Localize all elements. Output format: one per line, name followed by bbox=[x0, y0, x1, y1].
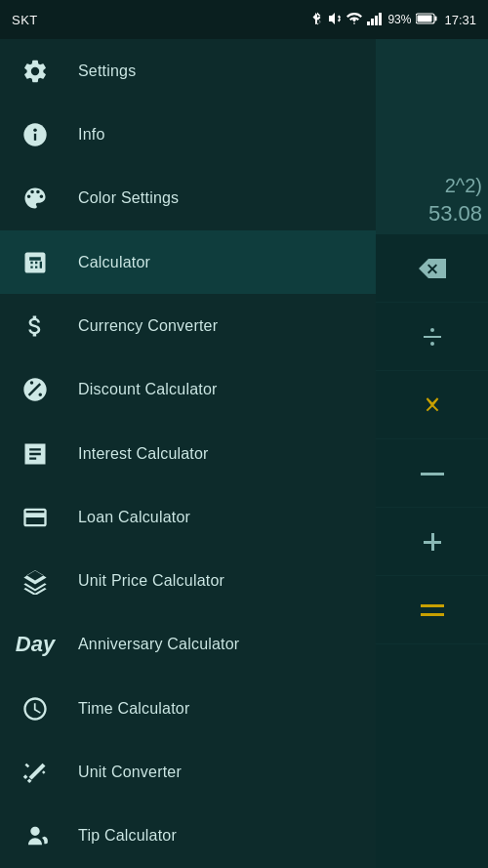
info-label: Info bbox=[78, 126, 105, 144]
tip-icon bbox=[16, 816, 55, 855]
svg-rect-14 bbox=[421, 613, 444, 616]
time-calculator-label: Time Calculator bbox=[78, 700, 189, 718]
carrier-label: SKT bbox=[12, 13, 38, 27]
mute-icon bbox=[328, 12, 342, 28]
status-icons: 93% 17:31 bbox=[311, 11, 476, 29]
percent-icon bbox=[16, 370, 55, 409]
sidebar-item-loan-calculator[interactable]: Loan Calculator bbox=[0, 485, 376, 549]
calc-buttons bbox=[376, 234, 488, 644]
sidebar-item-info[interactable]: Info bbox=[0, 103, 376, 166]
svg-rect-3 bbox=[379, 13, 382, 25]
sidebar-item-calculator[interactable]: Calculator bbox=[0, 230, 376, 294]
interest-icon bbox=[16, 434, 55, 474]
sidebar-item-color-settings[interactable]: Color Settings bbox=[0, 167, 376, 230]
color-settings-label: Color Settings bbox=[78, 189, 179, 207]
calc-expression: 2^2) bbox=[445, 175, 482, 197]
gear-icon bbox=[16, 52, 55, 91]
wifi-icon bbox=[346, 13, 362, 27]
interest-calculator-label: Interest Calculator bbox=[78, 445, 209, 463]
divide-button[interactable] bbox=[376, 303, 488, 371]
time-label: 17:31 bbox=[444, 13, 476, 27]
info-icon bbox=[16, 115, 55, 154]
sidebar-item-tip-calculator[interactable]: Tip Calculator bbox=[0, 805, 376, 868]
svg-point-17 bbox=[32, 519, 36, 523]
loan-calculator-label: Loan Calculator bbox=[78, 509, 190, 526]
navigation-drawer: Settings Info Color Settings Calculator bbox=[0, 39, 376, 868]
status-bar: SKT 93% bbox=[0, 0, 488, 39]
discount-calculator-label: Discount Calculator bbox=[78, 381, 218, 398]
sidebar-item-discount-calculator[interactable]: Discount Calculator bbox=[0, 358, 376, 422]
backspace-button[interactable] bbox=[376, 234, 488, 303]
svg-point-9 bbox=[430, 342, 434, 346]
loan-icon bbox=[16, 498, 55, 537]
clock-icon bbox=[16, 689, 55, 728]
svg-rect-12 bbox=[424, 541, 441, 544]
svg-rect-0 bbox=[367, 21, 370, 25]
sidebar-item-interest-calculator[interactable]: Interest Calculator bbox=[0, 422, 376, 485]
sidebar-item-settings[interactable]: Settings bbox=[0, 39, 376, 103]
currency-converter-label: Currency Converter bbox=[78, 317, 218, 335]
settings-label: Settings bbox=[78, 62, 136, 80]
palette-icon bbox=[16, 179, 55, 218]
ruler-icon bbox=[16, 753, 55, 792]
svg-rect-1 bbox=[371, 19, 374, 25]
signal-icon bbox=[367, 12, 383, 28]
battery-icon bbox=[416, 13, 437, 27]
equals-button[interactable] bbox=[376, 576, 488, 644]
svg-point-7 bbox=[430, 328, 434, 332]
svg-rect-5 bbox=[435, 16, 437, 21]
battery-label: 93% bbox=[387, 13, 411, 26]
main-container: 2^2) 53.08 bbox=[0, 39, 488, 868]
svg-rect-6 bbox=[418, 15, 432, 21]
sidebar-item-time-calculator[interactable]: Time Calculator bbox=[0, 677, 376, 740]
minus-button[interactable] bbox=[376, 439, 488, 508]
bluetooth-icon bbox=[311, 11, 323, 29]
svg-rect-2 bbox=[375, 16, 378, 25]
multiply-button[interactable] bbox=[376, 371, 488, 439]
scale-icon bbox=[16, 561, 55, 600]
anniversary-calculator-label: Anniversary Calculator bbox=[78, 636, 239, 653]
unit-converter-label: Unit Converter bbox=[78, 764, 182, 781]
calc-result: 53.08 bbox=[428, 201, 482, 227]
sidebar-item-unit-price-calculator[interactable]: Unit Price Calculator bbox=[0, 550, 376, 613]
svg-point-15 bbox=[33, 129, 37, 133]
calc-display: 2^2) 53.08 bbox=[376, 39, 488, 234]
calculator-label: Calculator bbox=[78, 254, 150, 271]
svg-rect-10 bbox=[421, 473, 444, 475]
svg-rect-16 bbox=[34, 134, 36, 141]
sidebar-item-currency-converter[interactable]: Currency Converter bbox=[0, 294, 376, 357]
svg-rect-13 bbox=[421, 604, 444, 607]
calculator-panel: 2^2) 53.08 bbox=[376, 39, 488, 868]
dollar-icon bbox=[16, 307, 55, 346]
sidebar-item-anniversary-calculator[interactable]: Day Anniversary Calculator bbox=[0, 613, 376, 677]
day-icon: Day bbox=[16, 625, 55, 664]
svg-rect-8 bbox=[424, 336, 441, 338]
sidebar-item-unit-converter[interactable]: Unit Converter bbox=[0, 740, 376, 804]
unit-price-calculator-label: Unit Price Calculator bbox=[78, 572, 224, 590]
calculator-icon bbox=[16, 243, 55, 282]
plus-button[interactable] bbox=[376, 508, 488, 576]
tip-calculator-label: Tip Calculator bbox=[78, 827, 177, 845]
